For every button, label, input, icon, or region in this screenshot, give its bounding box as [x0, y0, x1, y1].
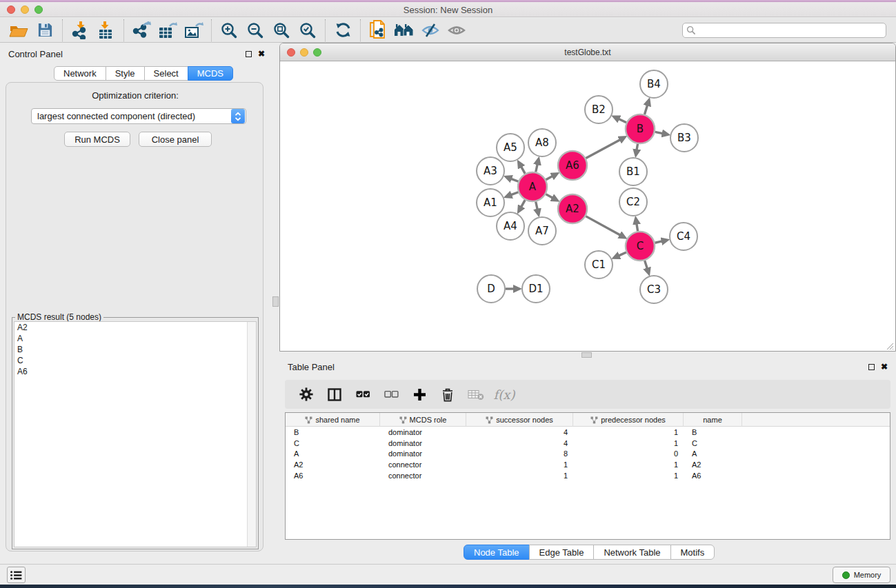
graph-node-A[interactable]: A: [518, 172, 547, 201]
table-cell[interactable]: connector: [380, 460, 466, 471]
tab-motifs[interactable]: Motifs: [670, 545, 715, 560]
export-network-button[interactable]: [128, 19, 155, 41]
table-cell[interactable]: A6: [286, 471, 380, 482]
table-cell[interactable]: 4: [466, 438, 573, 449]
task-history-button[interactable]: [7, 567, 26, 583]
table-cell[interactable]: A2: [286, 460, 380, 471]
graph-node-C4[interactable]: C4: [670, 223, 697, 250]
table-cell[interactable]: 0: [573, 449, 684, 460]
graph-node-A4[interactable]: A4: [497, 212, 524, 240]
export-image-button[interactable]: [181, 19, 207, 41]
table-cell[interactable]: A6: [684, 471, 742, 482]
graph-edge-A-A5[interactable]: [521, 167, 526, 174]
graph-edge-A2-C[interactable]: [586, 216, 620, 235]
table-cell[interactable]: B: [286, 427, 380, 438]
graph-node-B2[interactable]: B2: [585, 96, 613, 123]
delete-table-button[interactable]: [467, 389, 485, 401]
table-cell[interactable]: 1: [466, 471, 573, 482]
resize-grip-icon[interactable]: [886, 342, 894, 350]
column-header-successor-nodes[interactable]: successor nodes: [466, 413, 573, 427]
select-all-columns-button[interactable]: [354, 390, 372, 398]
export-table-button[interactable]: [155, 19, 181, 41]
table-cell[interactable]: 4: [466, 427, 573, 438]
graph-edge-C-C1[interactable]: [619, 252, 626, 256]
import-table-button[interactable]: [93, 19, 119, 41]
tab-select[interactable]: Select: [144, 66, 188, 81]
table-row-A2[interactable]: A2connector11A2: [286, 460, 890, 471]
table-cell[interactable]: A: [684, 449, 742, 460]
float-panel-icon[interactable]: [246, 51, 252, 57]
graph-node-D[interactable]: D: [477, 275, 505, 303]
search-input[interactable]: [682, 23, 886, 38]
list-scrollbar[interactable]: [247, 322, 256, 547]
table-cell[interactable]: 8: [466, 449, 573, 460]
graph-node-C3[interactable]: C3: [640, 276, 668, 303]
hide-graphics-details-button[interactable]: [417, 19, 444, 41]
vertical-splitter-handle[interactable]: [272, 296, 279, 307]
close-panel-icon[interactable]: ✖: [258, 50, 265, 57]
table-settings-button[interactable]: [297, 387, 315, 401]
table-cell[interactable]: 1: [466, 460, 573, 471]
memory-button[interactable]: Memory: [833, 567, 890, 583]
graph-edge-B-B4[interactable]: [644, 105, 647, 114]
zoom-fit-button[interactable]: [268, 19, 295, 41]
tab-edge-table[interactable]: Edge Table: [529, 545, 595, 560]
table-cell[interactable]: B: [684, 427, 742, 438]
unselect-all-columns-button[interactable]: [382, 390, 400, 398]
tab-network-table[interactable]: Network Table: [593, 545, 670, 560]
close-table-panel-icon[interactable]: ✖: [881, 363, 888, 370]
graph-node-D1[interactable]: D1: [522, 275, 550, 303]
graph-edge-A-A8[interactable]: [536, 164, 537, 172]
graph-node-C[interactable]: C: [626, 232, 655, 261]
table-cell[interactable]: 1: [573, 460, 684, 471]
table-row-A6[interactable]: A6connector11A6: [286, 471, 890, 482]
table-cell[interactable]: 1: [573, 438, 684, 449]
delete-columns-button[interactable]: [439, 387, 457, 402]
function-builder-button[interactable]: f(x): [495, 387, 513, 402]
graph-node-A5[interactable]: A5: [497, 134, 524, 161]
column-header-MCDS-role[interactable]: MCDS role: [380, 413, 466, 427]
graph-edge-A-A2[interactable]: [546, 194, 552, 198]
graph-node-A1[interactable]: A1: [477, 189, 504, 216]
open-session-button[interactable]: [6, 19, 32, 41]
graph-node-A2[interactable]: A2: [558, 194, 587, 223]
graph-edge-C-C4[interactable]: [655, 241, 661, 243]
zoom-out-button[interactable]: [242, 19, 268, 41]
graph-edge-A-A6[interactable]: [546, 176, 552, 180]
graph-node-B4[interactable]: B4: [640, 70, 668, 98]
table-cell[interactable]: 1: [573, 427, 684, 438]
table-cell[interactable]: dominator: [380, 427, 466, 438]
horizontal-splitter-handle[interactable]: [581, 352, 592, 358]
tab-style[interactable]: Style: [106, 66, 145, 81]
main-titlebar[interactable]: Session: New Session: [0, 2, 896, 17]
graph-edge-B-B1[interactable]: [637, 144, 637, 150]
graph-edge-C-C2[interactable]: [637, 224, 638, 232]
mcds-result-item[interactable]: B: [14, 344, 256, 355]
graph-node-A3[interactable]: A3: [477, 157, 504, 185]
network-window-titlebar[interactable]: testGlobe.txt: [280, 43, 895, 61]
table-cell[interactable]: dominator: [380, 438, 466, 449]
mcds-result-item[interactable]: A6: [14, 366, 256, 377]
graph-edge-A-A3[interactable]: [511, 179, 518, 181]
run-mcds-button[interactable]: Run MCDS: [64, 132, 130, 147]
graph-edge-A-A1[interactable]: [511, 192, 518, 195]
table-row-B[interactable]: Bdominator41B: [286, 427, 890, 438]
import-network-button[interactable]: [67, 19, 93, 41]
table-cell[interactable]: A: [286, 449, 380, 460]
graph-edge-A6-B[interactable]: [586, 140, 620, 159]
column-header-predecessor-nodes[interactable]: predecessor nodes: [573, 413, 684, 427]
graph-node-B3[interactable]: B3: [670, 124, 698, 152]
zoom-in-button[interactable]: [216, 19, 242, 41]
graph-node-C1[interactable]: C1: [585, 251, 613, 278]
table-cell[interactable]: C: [286, 438, 380, 449]
save-session-button[interactable]: [32, 19, 58, 41]
table-cell[interactable]: C: [684, 438, 742, 449]
column-header-name[interactable]: name: [684, 413, 742, 427]
home-button[interactable]: [391, 19, 417, 41]
graph-node-B[interactable]: B: [626, 114, 655, 143]
criterion-dropdown[interactable]: largest connected component (directed): [31, 108, 246, 124]
graph-edge-B-B2[interactable]: [619, 119, 626, 123]
table-row-A[interactable]: Adominator80A: [286, 449, 890, 460]
mcds-result-item[interactable]: C: [14, 355, 256, 366]
mcds-result-item[interactable]: A: [14, 333, 256, 344]
